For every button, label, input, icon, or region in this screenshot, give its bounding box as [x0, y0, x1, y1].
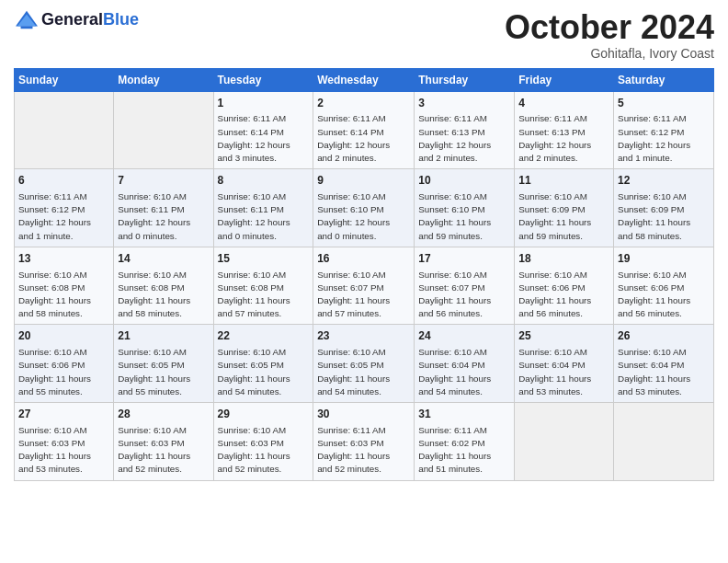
month-title: October 2024 — [505, 9, 714, 46]
dow-header-saturday: Saturday — [614, 68, 714, 91]
day-info: Sunrise: 6:11 AM Sunset: 6:12 PM Dayligh… — [618, 112, 710, 165]
calendar-cell — [515, 403, 614, 481]
calendar-cell: 10Sunrise: 6:10 AM Sunset: 6:10 PM Dayli… — [415, 169, 515, 247]
day-info: Sunrise: 6:10 AM Sunset: 6:08 PM Dayligh… — [118, 269, 209, 321]
day-number: 19 — [618, 251, 710, 267]
dow-header-friday: Friday — [515, 68, 614, 91]
calendar-cell: 3Sunrise: 6:11 AM Sunset: 6:13 PM Daylig… — [415, 91, 515, 169]
calendar-cell: 2Sunrise: 6:11 AM Sunset: 6:14 PM Daylig… — [313, 91, 415, 169]
day-number: 29 — [218, 407, 310, 422]
day-info: Sunrise: 6:10 AM Sunset: 6:11 PM Dayligh… — [218, 190, 310, 243]
calendar-cell: 30Sunrise: 6:11 AM Sunset: 6:03 PM Dayli… — [313, 403, 415, 481]
day-info: Sunrise: 6:11 AM Sunset: 6:14 PM Dayligh… — [317, 112, 410, 165]
calendar-cell: 27Sunrise: 6:10 AM Sunset: 6:03 PM Dayli… — [15, 403, 114, 481]
calendar-cell: 16Sunrise: 6:10 AM Sunset: 6:07 PM Dayli… — [313, 247, 415, 325]
calendar-cell: 14Sunrise: 6:10 AM Sunset: 6:08 PM Dayli… — [114, 247, 213, 325]
calendar-cell: 12Sunrise: 6:10 AM Sunset: 6:09 PM Dayli… — [614, 169, 714, 247]
week-row-4: 20Sunrise: 6:10 AM Sunset: 6:06 PM Dayli… — [15, 325, 714, 403]
week-row-5: 27Sunrise: 6:10 AM Sunset: 6:03 PM Dayli… — [15, 403, 714, 481]
day-info: Sunrise: 6:10 AM Sunset: 6:03 PM Dayligh… — [218, 424, 310, 477]
calendar-cell: 29Sunrise: 6:10 AM Sunset: 6:03 PM Dayli… — [213, 403, 313, 481]
page-header: GeneralBlue October 2024 Gohitafla, Ivor… — [14, 9, 714, 61]
day-number: 6 — [18, 173, 109, 189]
day-number: 30 — [317, 407, 410, 422]
day-info: Sunrise: 6:11 AM Sunset: 6:02 PM Dayligh… — [418, 424, 510, 477]
day-number: 5 — [618, 96, 710, 111]
day-number: 18 — [518, 251, 609, 267]
dow-header-sunday: Sunday — [15, 68, 114, 91]
dow-header-monday: Monday — [114, 68, 213, 91]
days-of-week-row: SundayMondayTuesdayWednesdayThursdayFrid… — [15, 68, 714, 91]
logo-icon — [14, 9, 40, 31]
calendar-cell: 28Sunrise: 6:10 AM Sunset: 6:03 PM Dayli… — [114, 403, 213, 481]
calendar-cell — [15, 91, 114, 169]
day-number: 12 — [618, 173, 710, 189]
calendar-cell — [614, 403, 714, 481]
day-number: 23 — [317, 328, 410, 344]
day-info: Sunrise: 6:10 AM Sunset: 6:06 PM Dayligh… — [618, 269, 710, 321]
logo-general: General — [41, 10, 103, 29]
day-info: Sunrise: 6:11 AM Sunset: 6:13 PM Dayligh… — [418, 112, 510, 165]
calendar-page: GeneralBlue October 2024 Gohitafla, Ivor… — [0, 0, 728, 563]
calendar-cell: 11Sunrise: 6:10 AM Sunset: 6:09 PM Dayli… — [515, 169, 614, 247]
title-block: October 2024 Gohitafla, Ivory Coast — [505, 9, 714, 61]
location: Gohitafla, Ivory Coast — [505, 46, 714, 61]
calendar-cell: 26Sunrise: 6:10 AM Sunset: 6:04 PM Dayli… — [614, 325, 714, 403]
day-number: 2 — [317, 96, 410, 111]
week-row-1: 1Sunrise: 6:11 AM Sunset: 6:14 PM Daylig… — [15, 91, 714, 169]
calendar-cell: 17Sunrise: 6:10 AM Sunset: 6:07 PM Dayli… — [415, 247, 515, 325]
day-number: 20 — [18, 328, 109, 344]
calendar-cell: 22Sunrise: 6:10 AM Sunset: 6:05 PM Dayli… — [213, 325, 313, 403]
calendar-cell: 21Sunrise: 6:10 AM Sunset: 6:05 PM Dayli… — [114, 325, 213, 403]
day-info: Sunrise: 6:10 AM Sunset: 6:07 PM Dayligh… — [418, 269, 510, 321]
day-info: Sunrise: 6:11 AM Sunset: 6:13 PM Dayligh… — [518, 112, 609, 165]
day-number: 8 — [218, 173, 310, 189]
day-info: Sunrise: 6:10 AM Sunset: 6:05 PM Dayligh… — [317, 346, 410, 398]
calendar-cell: 4Sunrise: 6:11 AM Sunset: 6:13 PM Daylig… — [515, 91, 614, 169]
calendar-cell: 8Sunrise: 6:10 AM Sunset: 6:11 PM Daylig… — [213, 169, 313, 247]
logo: GeneralBlue — [14, 9, 139, 31]
calendar-cell — [114, 91, 213, 169]
week-row-2: 6Sunrise: 6:11 AM Sunset: 6:12 PM Daylig… — [15, 169, 714, 247]
calendar-cell: 7Sunrise: 6:10 AM Sunset: 6:11 PM Daylig… — [114, 169, 213, 247]
day-number: 7 — [118, 173, 209, 189]
day-info: Sunrise: 6:10 AM Sunset: 6:04 PM Dayligh… — [418, 346, 510, 398]
day-number: 4 — [518, 96, 609, 111]
day-info: Sunrise: 6:10 AM Sunset: 6:03 PM Dayligh… — [18, 424, 109, 477]
day-number: 21 — [118, 328, 209, 344]
day-number: 15 — [218, 251, 310, 267]
calendar-cell: 31Sunrise: 6:11 AM Sunset: 6:02 PM Dayli… — [415, 403, 515, 481]
day-info: Sunrise: 6:10 AM Sunset: 6:11 PM Dayligh… — [118, 190, 209, 243]
calendar-table: SundayMondayTuesdayWednesdayThursdayFrid… — [14, 68, 714, 481]
day-number: 25 — [518, 328, 609, 344]
day-number: 26 — [618, 328, 710, 344]
day-info: Sunrise: 6:10 AM Sunset: 6:03 PM Dayligh… — [118, 424, 209, 477]
day-info: Sunrise: 6:10 AM Sunset: 6:08 PM Dayligh… — [18, 269, 109, 321]
calendar-cell: 25Sunrise: 6:10 AM Sunset: 6:04 PM Dayli… — [515, 325, 614, 403]
day-number: 13 — [18, 251, 109, 267]
day-number: 10 — [418, 173, 510, 189]
dow-header-tuesday: Tuesday — [213, 68, 313, 91]
day-info: Sunrise: 6:10 AM Sunset: 6:09 PM Dayligh… — [618, 190, 710, 243]
calendar-cell: 20Sunrise: 6:10 AM Sunset: 6:06 PM Dayli… — [15, 325, 114, 403]
day-info: Sunrise: 6:10 AM Sunset: 6:04 PM Dayligh… — [518, 346, 609, 398]
day-info: Sunrise: 6:11 AM Sunset: 6:12 PM Dayligh… — [18, 190, 109, 243]
dow-header-wednesday: Wednesday — [313, 68, 415, 91]
day-info: Sunrise: 6:10 AM Sunset: 6:09 PM Dayligh… — [518, 190, 609, 243]
day-info: Sunrise: 6:10 AM Sunset: 6:10 PM Dayligh… — [418, 190, 510, 243]
day-info: Sunrise: 6:11 AM Sunset: 6:03 PM Dayligh… — [317, 424, 410, 477]
day-number: 11 — [518, 173, 609, 189]
day-info: Sunrise: 6:10 AM Sunset: 6:05 PM Dayligh… — [218, 346, 310, 398]
day-number: 28 — [118, 407, 209, 422]
day-info: Sunrise: 6:10 AM Sunset: 6:06 PM Dayligh… — [18, 346, 109, 398]
calendar-cell: 6Sunrise: 6:11 AM Sunset: 6:12 PM Daylig… — [15, 169, 114, 247]
calendar-cell: 23Sunrise: 6:10 AM Sunset: 6:05 PM Dayli… — [313, 325, 415, 403]
day-number: 24 — [418, 328, 510, 344]
svg-rect-2 — [21, 26, 33, 29]
calendar-cell: 19Sunrise: 6:10 AM Sunset: 6:06 PM Dayli… — [614, 247, 714, 325]
calendar-cell: 15Sunrise: 6:10 AM Sunset: 6:08 PM Dayli… — [213, 247, 313, 325]
day-number: 3 — [418, 96, 510, 111]
day-info: Sunrise: 6:10 AM Sunset: 6:06 PM Dayligh… — [518, 269, 609, 321]
calendar-cell: 9Sunrise: 6:10 AM Sunset: 6:10 PM Daylig… — [313, 169, 415, 247]
day-info: Sunrise: 6:10 AM Sunset: 6:08 PM Dayligh… — [218, 269, 310, 321]
